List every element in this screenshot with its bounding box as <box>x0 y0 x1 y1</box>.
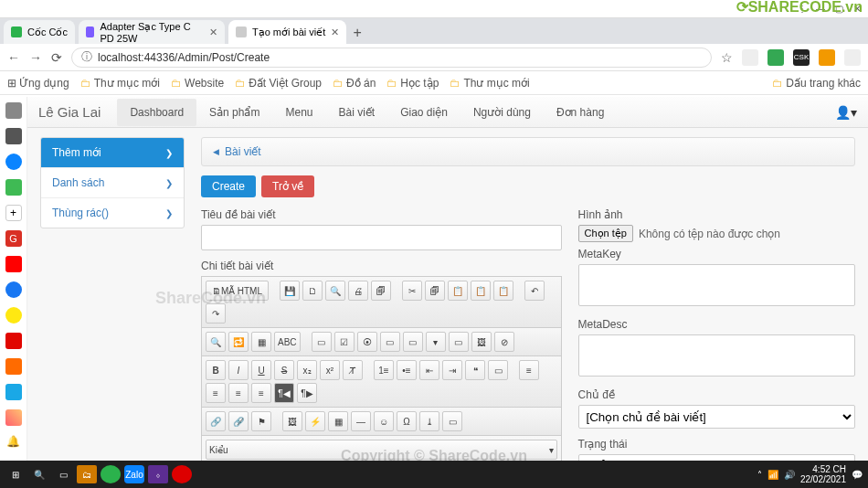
app-icon[interactable] <box>5 409 22 426</box>
style-select[interactable]: Kiểu ▾ <box>206 440 557 460</box>
textarea-icon[interactable]: ▭ <box>403 332 423 352</box>
close-icon[interactable]: ✕ <box>331 27 339 38</box>
coccoc-icon[interactable] <box>101 465 121 483</box>
pagebreak-icon[interactable]: ⤓ <box>419 411 439 431</box>
newpage-icon[interactable]: 🗋 <box>302 281 323 301</box>
redo-icon[interactable]: ↷ <box>206 303 226 324</box>
browser-tab[interactable]: Cốc Cốc <box>4 20 75 44</box>
metakey-textarea[interactable] <box>578 264 855 306</box>
spellcheck-icon[interactable]: ABC <box>274 332 301 352</box>
chat-icon[interactable] <box>5 307 22 324</box>
source-button[interactable]: 🗎 MÃ HTML <box>206 281 269 301</box>
nav-appearance[interactable]: Giao diện <box>387 99 460 126</box>
paste-icon[interactable]: 📋 <box>448 281 468 301</box>
app-icon[interactable] <box>5 358 22 375</box>
align-right-icon[interactable]: ≡ <box>228 383 249 403</box>
notification-icon[interactable]: 💬 <box>852 470 863 480</box>
removeformat-icon[interactable]: T̸ <box>343 360 363 380</box>
superscript-icon[interactable]: x² <box>320 360 340 380</box>
gear-icon[interactable] <box>5 102 22 119</box>
user-menu[interactable]: 👤▾ <box>835 105 857 120</box>
link-icon[interactable]: 🔗 <box>206 411 226 431</box>
unlink-icon[interactable]: 🔗̸ <box>228 411 249 431</box>
clock[interactable]: 4:52 CH 22/02/2021 <box>800 464 846 484</box>
wifi-icon[interactable]: 📶 <box>767 470 778 480</box>
find-icon[interactable]: 🔍 <box>206 332 226 352</box>
reload-icon[interactable]: ⟳ <box>51 50 62 65</box>
radio-icon[interactable]: ⦿ <box>357 332 377 352</box>
browser-tab[interactable]: Adapter Sạc Type C PD 25W✕ <box>79 20 225 44</box>
close-icon[interactable]: ✕ <box>209 27 217 38</box>
select-icon[interactable]: ▾ <box>426 332 446 352</box>
extension-icon[interactable] <box>742 49 758 66</box>
cut-icon[interactable]: ✂ <box>402 281 422 301</box>
topic-select[interactable]: [Chọn chủ đề bài viết] <box>578 405 855 429</box>
numlist-icon[interactable]: 1≡ <box>374 360 394 380</box>
forward-icon[interactable]: → <box>29 50 42 65</box>
app-icon[interactable] <box>5 384 22 400</box>
add-rail-icon[interactable]: + <box>5 205 22 221</box>
indent-icon[interactable]: ⇥ <box>442 360 462 380</box>
save-icon[interactable]: 💾 <box>280 281 300 301</box>
history-icon[interactable] <box>5 128 22 144</box>
taskview-icon[interactable]: ▭ <box>53 465 73 483</box>
nav-products[interactable]: Sản phẩm <box>196 99 272 126</box>
copy-icon[interactable]: 🗐 <box>425 281 445 301</box>
explorer-icon[interactable]: 🗂 <box>77 465 97 483</box>
start-icon[interactable]: ⊞ <box>5 465 26 483</box>
nav-orders[interactable]: Đơn hàng <box>544 99 617 126</box>
image-button-icon[interactable]: 🖼 <box>471 332 492 352</box>
extension-icon[interactable] <box>819 49 835 66</box>
sidebar-item-list[interactable]: Danh sách❯ <box>41 168 184 198</box>
sidebar-item-new[interactable]: Thêm mới❯ <box>41 138 184 168</box>
bell-icon[interactable]: 🔔 <box>6 435 20 448</box>
browser-tab-active[interactable]: Tạo mới bài viết✕ <box>228 20 346 44</box>
new-tab-button[interactable]: + <box>346 22 368 44</box>
back-icon[interactable]: ← <box>7 50 20 65</box>
nav-menu[interactable]: Menu <box>272 99 325 126</box>
bookmark-folder[interactable]: 🗀Website <box>171 77 224 90</box>
nav-users[interactable]: Người dùng <box>460 99 544 126</box>
paste-text-icon[interactable]: 📋 <box>471 281 491 301</box>
sidebar-item-trash[interactable]: Thùng rác()❯ <box>41 198 184 228</box>
messenger-icon[interactable] <box>5 154 22 170</box>
bookmark-folder[interactable]: 🗀Thư mục mới <box>450 77 529 90</box>
hr-icon[interactable]: — <box>351 411 371 431</box>
metadesc-textarea[interactable] <box>578 334 855 377</box>
print-icon[interactable]: 🖨 <box>348 281 368 301</box>
hidden-icon[interactable]: ⊘ <box>494 332 514 352</box>
zalo-icon[interactable]: Zalo <box>124 465 144 483</box>
bold-icon[interactable]: B <box>206 360 226 380</box>
choose-file-button[interactable]: Chọn tệp <box>578 225 633 242</box>
anchor-icon[interactable]: ⚑ <box>251 411 271 431</box>
iframe-icon[interactable]: ▭ <box>442 411 462 431</box>
bookmark-folder[interactable]: 🗀Đồ án <box>333 77 376 90</box>
preview-icon[interactable]: 🔍 <box>325 281 345 301</box>
flash-icon[interactable]: ⚡ <box>305 411 325 431</box>
blockquote-icon[interactable]: ❝ <box>465 360 485 380</box>
bookmark-folder[interactable]: 🗀Thư mục mới <box>80 77 160 90</box>
extension-icon[interactable] <box>844 49 861 66</box>
youtube-icon[interactable] <box>5 256 22 272</box>
back-button[interactable]: Trở về <box>261 175 314 197</box>
breadcrumb[interactable]: ◀ Bài viết <box>201 137 855 166</box>
ltr-icon[interactable]: ¶◀ <box>274 383 294 403</box>
underline-icon[interactable]: U <box>251 360 271 380</box>
create-button[interactable]: Create <box>201 175 256 197</box>
star-icon[interactable]: ☆ <box>721 50 733 65</box>
other-bookmarks[interactable]: 🗀Dấu trang khác <box>772 77 861 90</box>
facebook-icon[interactable] <box>5 281 22 298</box>
bullist-icon[interactable]: •≡ <box>397 360 417 380</box>
paste-word-icon[interactable]: 📋 <box>493 281 513 301</box>
align-left-icon[interactable]: ≡ <box>519 360 539 380</box>
search-icon[interactable]: 🔍 <box>29 465 49 483</box>
align-center-icon[interactable]: ≡ <box>206 383 226 403</box>
div-icon[interactable]: ▭ <box>488 360 508 380</box>
table-icon[interactable]: ▦ <box>328 411 348 431</box>
visualstudio-icon[interactable]: ⬨ <box>148 465 168 483</box>
title-input[interactable] <box>201 225 562 250</box>
record-icon[interactable] <box>172 465 192 483</box>
button-icon[interactable]: ▭ <box>449 332 469 352</box>
url-input[interactable]: ⓘlocalhost:44336/Admin/Post/Create <box>71 48 712 68</box>
game-icon[interactable] <box>5 179 22 196</box>
